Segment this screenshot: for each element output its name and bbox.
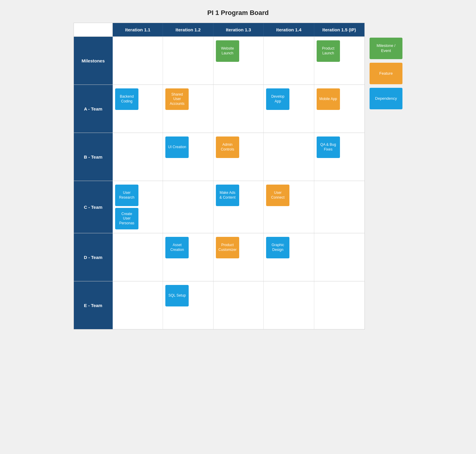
- cell-c-2: [163, 181, 213, 233]
- header-iter-2: Iteration 1.2: [163, 23, 213, 36]
- label-d-team: D - Team: [74, 233, 113, 281]
- label-milestones: Milestones: [74, 37, 113, 85]
- header-empty: [74, 23, 113, 36]
- page-title: PI 1 Program Board: [74, 9, 402, 17]
- card-ui-creation[interactable]: UI Creation: [165, 136, 189, 158]
- cell-a-4: Develop App: [264, 85, 314, 133]
- cell-milestones-5: Product Launch: [314, 37, 364, 85]
- card-asset-creation[interactable]: Asset Creation: [165, 237, 189, 258]
- cell-d-4: Graphic Design: [264, 233, 314, 281]
- cell-a-1: Backend Coding: [113, 85, 163, 133]
- card-make-ads-content[interactable]: Make Ads & Content: [216, 185, 239, 206]
- card-create-user-personas[interactable]: Create User Personas: [115, 208, 138, 229]
- legend-dependency: Dependency: [370, 88, 402, 109]
- row-milestones: Milestones Website Launch Product Launch: [74, 36, 364, 85]
- cell-b-5: QA & Bug Fixes: [314, 133, 364, 181]
- cell-d-1: [113, 233, 163, 281]
- header-iter-3: Iteration 1.3: [213, 23, 264, 36]
- header-iter-1: Iteration 1.1: [113, 23, 163, 36]
- cell-milestones-3: Website Launch: [213, 37, 264, 85]
- card-sql-setup[interactable]: SQL Setup: [165, 285, 189, 306]
- card-user-research[interactable]: User Research: [115, 185, 138, 206]
- card-graphic-design[interactable]: Graphic Design: [266, 237, 289, 258]
- legend-feature: Feature: [370, 63, 402, 84]
- cell-c-5: [314, 181, 364, 233]
- cell-a-5: Mobile App: [314, 85, 364, 133]
- cell-milestones-1: [113, 37, 163, 85]
- cell-c-3: Make Ads & Content: [213, 181, 264, 233]
- cell-c-1: User Research Create User Personas: [113, 181, 163, 233]
- card-user-connect[interactable]: User Connect: [266, 185, 289, 206]
- header-row: Iteration 1.1 Iteration 1.2 Iteration 1.…: [74, 23, 364, 36]
- row-d-team: D - Team Asset Creation Product Customiz…: [74, 233, 364, 281]
- program-board: Iteration 1.1 Iteration 1.2 Iteration 1.…: [74, 23, 365, 329]
- cell-e-4: [264, 281, 314, 329]
- cell-c-4: User Connect: [264, 181, 314, 233]
- cell-e-5: [314, 281, 364, 329]
- cell-a-3: [213, 85, 264, 133]
- cell-b-1: [113, 133, 163, 181]
- cell-e-1: [113, 281, 163, 329]
- legend: Milestone / Event Feature Dependency: [370, 23, 402, 329]
- card-product-launch[interactable]: Product Launch: [317, 40, 340, 62]
- card-admin-controls[interactable]: Admin Controls: [216, 136, 239, 158]
- row-a-team: A - Team Backend Coding Shared User Acco…: [74, 85, 364, 133]
- cell-b-2: UI Creation: [163, 133, 213, 181]
- cell-e-3: [213, 281, 264, 329]
- card-qa-bug-fixes[interactable]: QA & Bug Fixes: [317, 136, 340, 158]
- cell-milestones-4: [264, 37, 314, 85]
- label-c-team: C - Team: [74, 181, 113, 233]
- row-b-team: B - Team UI Creation Admin Controls QA &…: [74, 133, 364, 181]
- header-iter-4: Iteration 1.4: [264, 23, 314, 36]
- header-iter-5: Iteration 1.5 (IP): [314, 23, 364, 36]
- label-e-team: E - Team: [74, 281, 113, 329]
- card-product-customizer[interactable]: Product Customizer: [216, 237, 239, 258]
- page-container: PI 1 Program Board Iteration 1.1 Iterati…: [74, 9, 402, 329]
- cell-d-2: Asset Creation: [163, 233, 213, 281]
- cell-d-3: Product Customizer: [213, 233, 264, 281]
- card-mobile-app[interactable]: Mobile App: [317, 88, 340, 110]
- cell-e-2: SQL Setup: [163, 281, 213, 329]
- cell-b-4: [264, 133, 314, 181]
- legend-milestone-event: Milestone / Event: [370, 38, 402, 59]
- board-wrapper: Iteration 1.1 Iteration 1.2 Iteration 1.…: [74, 23, 402, 329]
- card-develop-app[interactable]: Develop App: [266, 88, 289, 110]
- cell-a-2: Shared User Accounts: [163, 85, 213, 133]
- cell-b-3: Admin Controls: [213, 133, 264, 181]
- label-b-team: B - Team: [74, 133, 113, 181]
- card-shared-user-accounts[interactable]: Shared User Accounts: [165, 88, 189, 110]
- row-c-team: C - Team User Research Create User Perso…: [74, 181, 364, 233]
- card-website-launch[interactable]: Website Launch: [216, 40, 239, 62]
- label-a-team: A - Team: [74, 85, 113, 133]
- row-e-team: E - Team SQL Setup: [74, 281, 364, 329]
- card-backend-coding[interactable]: Backend Coding: [115, 88, 138, 110]
- cell-milestones-2: [163, 37, 213, 85]
- cell-d-5: [314, 233, 364, 281]
